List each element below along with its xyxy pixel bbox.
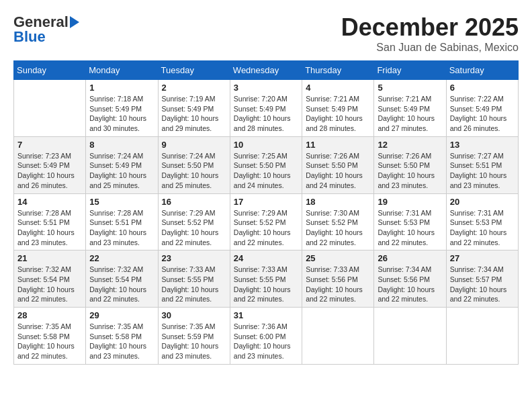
calendar-table: SundayMondayTuesdayWednesdayThursdayFrid…: [13, 60, 519, 365]
day-number: 13: [450, 140, 515, 150]
day-number: 28: [17, 310, 82, 320]
day-info: Sunrise: 7:33 AMSunset: 5:55 PMDaylight:…: [234, 265, 298, 304]
day-info: Sunrise: 7:34 AMSunset: 5:57 PMDaylight:…: [450, 265, 515, 304]
calendar-cell: 24Sunrise: 7:33 AMSunset: 5:55 PMDayligh…: [230, 250, 302, 308]
day-info: Sunrise: 7:31 AMSunset: 5:53 PMDaylight:…: [378, 208, 442, 248]
day-number: 19: [378, 197, 442, 207]
title-area: December 2025 San Juan de Sabinas, Mexic…: [341, 13, 519, 54]
calendar-header-wednesday: Wednesday: [230, 61, 302, 80]
calendar-cell: 6Sunrise: 7:22 AMSunset: 5:49 PMDaylight…: [446, 80, 518, 137]
day-number: 24: [234, 253, 298, 263]
day-info: Sunrise: 7:35 AMSunset: 5:58 PMDaylight:…: [17, 322, 82, 361]
calendar-cell: 10Sunrise: 7:25 AMSunset: 5:50 PMDayligh…: [230, 136, 302, 193]
day-number: 12: [378, 140, 442, 150]
day-info: Sunrise: 7:18 AMSunset: 5:49 PMDaylight:…: [89, 94, 154, 134]
day-info: Sunrise: 7:29 AMSunset: 5:52 PMDaylight:…: [234, 208, 298, 248]
day-number: 16: [162, 197, 226, 207]
logo: General Blue: [13, 13, 79, 46]
day-info: Sunrise: 7:25 AMSunset: 5:50 PMDaylight:…: [234, 151, 298, 191]
day-number: 27: [450, 253, 515, 263]
day-info: Sunrise: 7:29 AMSunset: 5:52 PMDaylight:…: [162, 208, 226, 248]
day-number: 4: [306, 83, 370, 93]
day-info: Sunrise: 7:26 AMSunset: 5:50 PMDaylight:…: [306, 151, 370, 191]
calendar-week-row: 1Sunrise: 7:18 AMSunset: 5:49 PMDaylight…: [14, 80, 519, 137]
calendar-cell: [14, 80, 86, 137]
calendar-cell: [446, 308, 518, 365]
day-number: 29: [89, 310, 154, 320]
day-number: 18: [306, 197, 370, 207]
day-number: 7: [17, 140, 82, 150]
day-number: 26: [378, 253, 442, 263]
calendar-cell: 3Sunrise: 7:20 AMSunset: 5:49 PMDaylight…: [230, 80, 302, 137]
day-info: Sunrise: 7:34 AMSunset: 5:56 PMDaylight:…: [378, 265, 442, 304]
day-number: 1: [89, 83, 154, 93]
calendar-cell: 23Sunrise: 7:33 AMSunset: 5:55 PMDayligh…: [158, 250, 230, 308]
day-number: 15: [89, 197, 154, 207]
day-info: Sunrise: 7:32 AMSunset: 5:54 PMDaylight:…: [17, 265, 82, 304]
calendar-cell: 4Sunrise: 7:21 AMSunset: 5:49 PMDaylight…: [302, 80, 374, 137]
day-number: 31: [234, 310, 298, 320]
calendar-week-row: 7Sunrise: 7:23 AMSunset: 5:49 PMDaylight…: [14, 136, 519, 193]
day-info: Sunrise: 7:24 AMSunset: 5:49 PMDaylight:…: [89, 151, 154, 191]
calendar-week-row: 28Sunrise: 7:35 AMSunset: 5:58 PMDayligh…: [14, 308, 519, 365]
calendar-cell: 31Sunrise: 7:36 AMSunset: 6:00 PMDayligh…: [230, 308, 302, 365]
calendar-cell: 14Sunrise: 7:28 AMSunset: 5:51 PMDayligh…: [14, 193, 86, 250]
calendar-cell: 27Sunrise: 7:34 AMSunset: 5:57 PMDayligh…: [446, 250, 518, 308]
calendar-cell: 2Sunrise: 7:19 AMSunset: 5:49 PMDaylight…: [158, 80, 230, 137]
day-info: Sunrise: 7:31 AMSunset: 5:53 PMDaylight:…: [450, 208, 515, 248]
calendar-cell: 19Sunrise: 7:31 AMSunset: 5:53 PMDayligh…: [374, 193, 446, 250]
day-info: Sunrise: 7:30 AMSunset: 5:52 PMDaylight:…: [306, 208, 370, 248]
day-number: 30: [162, 310, 226, 320]
day-number: 25: [306, 253, 370, 263]
day-number: 20: [450, 197, 515, 207]
calendar-cell: 15Sunrise: 7:28 AMSunset: 5:51 PMDayligh…: [86, 193, 158, 250]
calendar-cell: 1Sunrise: 7:18 AMSunset: 5:49 PMDaylight…: [86, 80, 158, 137]
calendar-cell: 9Sunrise: 7:24 AMSunset: 5:50 PMDaylight…: [158, 136, 230, 193]
day-info: Sunrise: 7:23 AMSunset: 5:49 PMDaylight:…: [17, 151, 82, 191]
calendar-cell: 16Sunrise: 7:29 AMSunset: 5:52 PMDayligh…: [158, 193, 230, 250]
calendar-cell: 29Sunrise: 7:35 AMSunset: 5:58 PMDayligh…: [86, 308, 158, 365]
calendar-cell: 26Sunrise: 7:34 AMSunset: 5:56 PMDayligh…: [374, 250, 446, 308]
calendar-cell: 8Sunrise: 7:24 AMSunset: 5:49 PMDaylight…: [86, 136, 158, 193]
day-info: Sunrise: 7:22 AMSunset: 5:49 PMDaylight:…: [450, 94, 515, 134]
calendar-cell: 21Sunrise: 7:32 AMSunset: 5:54 PMDayligh…: [14, 250, 86, 308]
day-info: Sunrise: 7:28 AMSunset: 5:51 PMDaylight:…: [89, 208, 154, 248]
day-info: Sunrise: 7:32 AMSunset: 5:54 PMDaylight:…: [89, 265, 154, 304]
calendar-week-row: 14Sunrise: 7:28 AMSunset: 5:51 PMDayligh…: [14, 193, 519, 250]
day-info: Sunrise: 7:35 AMSunset: 5:58 PMDaylight:…: [89, 322, 154, 361]
day-info: Sunrise: 7:24 AMSunset: 5:50 PMDaylight:…: [162, 151, 226, 191]
calendar-header-thursday: Thursday: [302, 61, 374, 80]
day-info: Sunrise: 7:36 AMSunset: 6:00 PMDaylight:…: [234, 322, 298, 361]
calendar-header-friday: Friday: [374, 61, 446, 80]
day-info: Sunrise: 7:19 AMSunset: 5:49 PMDaylight:…: [162, 94, 226, 134]
day-number: 8: [89, 140, 154, 150]
day-info: Sunrise: 7:28 AMSunset: 5:51 PMDaylight:…: [17, 208, 82, 248]
location-subtitle: San Juan de Sabinas, Mexico: [341, 42, 519, 54]
day-info: Sunrise: 7:21 AMSunset: 5:49 PMDaylight:…: [378, 94, 442, 134]
calendar-cell: 28Sunrise: 7:35 AMSunset: 5:58 PMDayligh…: [14, 308, 86, 365]
day-info: Sunrise: 7:21 AMSunset: 5:49 PMDaylight:…: [306, 94, 370, 134]
day-number: 9: [162, 140, 226, 150]
day-number: 17: [234, 197, 298, 207]
calendar-cell: 22Sunrise: 7:32 AMSunset: 5:54 PMDayligh…: [86, 250, 158, 308]
calendar-cell: 17Sunrise: 7:29 AMSunset: 5:52 PMDayligh…: [230, 193, 302, 250]
day-number: 21: [17, 253, 82, 263]
calendar-cell: 7Sunrise: 7:23 AMSunset: 5:49 PMDaylight…: [14, 136, 86, 193]
day-number: 10: [234, 140, 298, 150]
day-number: 2: [162, 83, 226, 93]
calendar-cell: 30Sunrise: 7:35 AMSunset: 5:59 PMDayligh…: [158, 308, 230, 365]
calendar-cell: 12Sunrise: 7:26 AMSunset: 5:50 PMDayligh…: [374, 136, 446, 193]
day-info: Sunrise: 7:26 AMSunset: 5:50 PMDaylight:…: [378, 151, 442, 191]
calendar-cell: 11Sunrise: 7:26 AMSunset: 5:50 PMDayligh…: [302, 136, 374, 193]
month-title: December 2025: [341, 13, 519, 42]
calendar-cell: [374, 308, 446, 365]
day-info: Sunrise: 7:27 AMSunset: 5:51 PMDaylight:…: [450, 151, 515, 191]
day-number: 6: [450, 83, 515, 93]
day-info: Sunrise: 7:35 AMSunset: 5:59 PMDaylight:…: [162, 322, 226, 361]
day-info: Sunrise: 7:20 AMSunset: 5:49 PMDaylight:…: [234, 94, 298, 134]
day-number: 14: [17, 197, 82, 207]
day-number: 5: [378, 83, 442, 93]
calendar-header-monday: Monday: [86, 61, 158, 80]
calendar-cell: 20Sunrise: 7:31 AMSunset: 5:53 PMDayligh…: [446, 193, 518, 250]
day-number: 22: [89, 253, 154, 263]
